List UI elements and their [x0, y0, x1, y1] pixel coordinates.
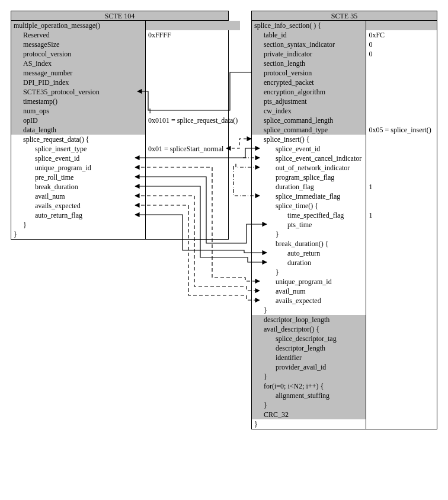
r-section_syntax_indicator: section_syntax_indicator	[252, 40, 366, 49]
lv-message_number	[146, 68, 240, 78]
r-table_id: table_id	[252, 30, 366, 40]
l-splice_insert_type: splice_insert_type	[11, 144, 145, 154]
r-for-close: }	[252, 400, 366, 410]
l-splice_event_id: splice_event_id	[11, 154, 145, 163]
l-data_length: data_length	[11, 125, 145, 135]
r-si-close: }	[252, 305, 366, 315]
r-avail_descriptor-close: }	[252, 372, 366, 381]
r-splice_event_cancel_indicator: splice_event_cancel_indicator	[252, 154, 366, 163]
lv-protocol_version	[146, 49, 240, 59]
r-avail_num: avail_num	[252, 286, 366, 296]
r-protocol_version: protocol_version	[252, 68, 366, 78]
r-private_indicator: private_indicator	[252, 49, 366, 59]
r-duration: duration	[252, 258, 366, 267]
r-unique_program_id: unique_program_id	[252, 277, 366, 286]
lv-opID: 0x0101 = splice_request_data()	[146, 116, 240, 125]
l-avail_num: avail_num	[11, 192, 145, 201]
r-fn-open: splice_info_section( ) {	[252, 21, 366, 30]
l-AS_index: AS_index	[11, 59, 145, 68]
l-unique_program_id: unique_program_id	[11, 163, 145, 173]
rv-section_syntax_indicator: 0	[366, 40, 437, 49]
r-fn-close: }	[252, 419, 366, 429]
lv-messageSize	[146, 40, 240, 49]
l-message_number: message_number	[11, 68, 145, 78]
l-protocol_version: protocol_version	[11, 49, 145, 59]
r-alignment_stuffing: alignment_stuffing	[252, 391, 366, 400]
panel-scte35: SCTE 35 splice_info_section( ) { table_i…	[251, 11, 437, 429]
lv-SCTE35_protocol_version	[146, 87, 240, 97]
r-splice_immediate_flag: splice_immediate_flag	[252, 192, 366, 201]
rv-table_id: 0xFC	[366, 30, 437, 40]
l-messageSize: messageSize	[11, 40, 145, 49]
l-num_ops: num_ops	[11, 106, 145, 116]
r-splice_command_length: splice_command_length	[252, 116, 366, 125]
l-reserved: Reserved	[11, 30, 145, 40]
panel-title-right: SCTE 35	[252, 11, 437, 21]
panel-scte104: SCTE 104 multiple_operation_message() Re…	[11, 11, 229, 240]
r-descriptor_loop_length: descriptor_loop_length	[252, 315, 366, 324]
rv-time_specified_flag: 1	[366, 211, 437, 220]
r-pts_adjustment: pts_adjustment	[252, 97, 366, 106]
r-section_length: section_length	[252, 59, 366, 68]
r-out_of_network_indicator: out_of_network_indicator	[252, 163, 366, 173]
r-identifier: identifier	[252, 353, 366, 362]
rv-private_indicator: 0	[366, 49, 437, 59]
scte104-keys-column: multiple_operation_message() Reserved me…	[11, 21, 146, 239]
lv-reserved: 0xFFFF	[146, 30, 240, 40]
r-program_splice_flag: program_splice_flag	[252, 173, 366, 182]
lv-timestamp	[146, 97, 240, 106]
r-duration_flag: duration_flag	[252, 182, 366, 192]
r-cw_index: cw_index	[252, 106, 366, 116]
r-st-open: splice_time() {	[252, 201, 366, 211]
l-opID: opID	[11, 116, 145, 125]
lv-splice_insert_type: 0x01 = spliceStart_normal	[146, 144, 240, 154]
r-bd-close: }	[252, 267, 366, 277]
lv-AS_index	[146, 59, 240, 68]
l-SCTE35_protocol_version: SCTE35_protocol_version	[11, 87, 145, 97]
fn-close-left: }	[11, 230, 145, 239]
fn-open-left: multiple_operation_message()	[11, 21, 145, 30]
scte104-vals-column: 0xFFFF 1 0x0101 = splice_request_data() …	[146, 21, 240, 239]
scte35-vals-column: 0xFC 0 0 0x05 = splice_insert() 1 1	[366, 21, 437, 429]
r-descriptor_length: descriptor_length	[252, 343, 366, 353]
r-encryption_algorithm: encryption_algorithm	[252, 87, 366, 97]
lv-num_ops: 1	[146, 106, 240, 116]
l-DPI_PID_index: DPI_PID_index	[11, 78, 145, 87]
r-avails_expected: avails_expected	[252, 296, 366, 305]
lv-data_length	[146, 125, 240, 135]
r-avail_descriptor-open: avail_descriptor() {	[252, 324, 366, 334]
r-CRC_32: CRC_32	[252, 410, 366, 419]
scte35-keys-column: splice_info_section( ) { table_id sectio…	[252, 21, 366, 429]
r-encrypted_packet: encrypted_packet	[252, 78, 366, 87]
r-for-open: for(i=0; i<N2; i++) {	[252, 381, 366, 391]
r-st-close: }	[252, 230, 366, 239]
rv-duration_flag: 1	[366, 182, 437, 192]
rv-splice_command_type: 0x05 = splice_insert()	[366, 125, 437, 135]
l-break_duration: break_duration	[11, 182, 145, 192]
r-auto_return: auto_return	[252, 249, 366, 258]
r-si-open: splice_insert() {	[252, 135, 366, 144]
lv-DPI_PID_index	[146, 78, 240, 87]
r-splice_command_type: splice_command_type	[252, 125, 366, 135]
r-time_specified_flag: time_specified_flag	[252, 211, 366, 220]
l-srd-open: splice_request_data() {	[11, 135, 145, 144]
r-provider_avail_id: provider_avail_id	[252, 362, 366, 372]
r-splice_event_id: splice_event_id	[252, 144, 366, 154]
r-splice_descriptor_tag: splice_descriptor_tag	[252, 334, 366, 343]
l-srd-close: }	[11, 220, 145, 230]
l-auto_return_flag: auto_return_flag	[11, 211, 145, 220]
r-bd-open: break_duration() {	[252, 239, 366, 249]
l-avails_expected: avails_expected	[11, 201, 145, 211]
diagram-stage: SCTE 104 multiple_operation_message() Re…	[11, 11, 437, 491]
l-timestamp: timestamp()	[11, 97, 145, 106]
r-pts_time: pts_time	[252, 220, 366, 230]
panel-title-left: SCTE 104	[11, 11, 228, 21]
l-pre_roll_time: pre_roll_time	[11, 173, 145, 182]
